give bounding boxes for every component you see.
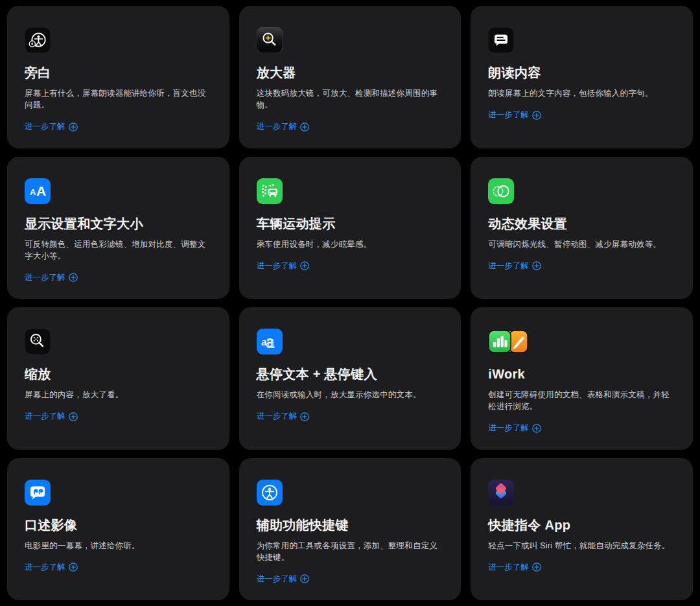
card-title: 缩放 [25,367,212,382]
vehicle-motion-cues-icon [257,178,444,204]
card-title: 放大器 [257,65,444,80]
card-title: 快捷指令 App [488,518,675,533]
card-description: 屏幕上的内容，放大了看。 [25,389,212,401]
card-description: 乘车使用设备时，减少眩晕感。 [257,239,444,250]
feature-card-accessibility-shortcut: 辅助功能快捷键 为你常用的工具或各项设置，添加、整理和自定义快捷键。 进一步了解 [239,458,461,601]
card-title: iWork [488,367,675,382]
card-description: 可调暗闪烁光线、暂停动图、减少屏幕动效等。 [488,239,675,250]
shortcuts-app-icon [488,480,675,506]
spoken-content-icon [488,27,675,53]
feature-card-display-text-size: A A 显示设置和文字大小 可反转颜色、运用色彩滤镜、增加对比度、调整文字大小等… [7,157,229,299]
learn-more-link[interactable]: 进一步了解 [488,423,541,434]
card-description: 电影里的一幕幕，讲述给你听。 [25,540,212,552]
features-grid: 旁白 屏幕上有什么，屏幕朗读器能讲给你听，盲文也没问题。 进一步了解 放大器 这… [0,0,700,606]
feature-card-magnifier: 放大器 这块数码放大镜，可放大、检测和描述你周围的事物。 进一步了解 [239,6,461,148]
card-description: 屏幕上有什么，屏幕朗读器能讲给你听，盲文也没问题。 [25,87,212,111]
feature-card-motion-settings: 动态效果设置 可调暗闪烁光线、暂停动图、减少屏幕动效等。 进一步了解 [471,157,693,299]
learn-more-link[interactable]: 进一步了解 [25,121,78,132]
motion-settings-icon [488,178,675,204]
learn-more-link[interactable]: 进一步了解 [257,261,310,272]
feature-card-hover-text: a a 悬停文本 + 悬停键入 在你阅读或输入时，放大显示你选中的文本。 进一步… [239,307,461,450]
plus-circle-icon [300,574,309,583]
card-description: 这块数码放大镜，可放大、检测和描述你周围的事物。 [257,87,444,111]
iwork-icon [488,329,675,355]
plus-circle-icon [532,424,541,433]
feature-card-shortcuts-app: 快捷指令 App 轻点一下或叫 Siri 帮忙，就能自动完成复杂任务。 进一步了… [471,458,693,601]
accessibility-shortcut-icon [257,480,444,506]
card-description: 创建可无障碍使用的文档、表格和演示文稿，并轻松进行浏览。 [488,389,675,412]
magnifier-icon [257,27,444,53]
card-title: 显示设置和文字大小 [25,216,212,231]
learn-more-link[interactable]: 进一步了解 [257,121,310,132]
card-title: 悬停文本 + 悬停键入 [257,367,444,382]
card-description: 轻点一下或叫 Siri 帮忙，就能自动完成复杂任务。 [488,540,675,552]
plus-circle-icon [300,412,309,421]
card-title: 旁白 [25,65,212,80]
card-title: 辅助功能快捷键 [257,518,444,533]
learn-more-link[interactable]: 进一步了解 [488,261,541,272]
audio-descriptions-icon [25,480,212,506]
svg-text:A: A [30,187,36,197]
card-title: 口述影像 [25,518,212,533]
feature-card-audio-descriptions: 口述影像 电影里的一幕幕，讲述给你听。 进一步了解 [7,458,229,601]
card-description: 为你常用的工具或各项设置，添加、整理和自定义快捷键。 [257,540,444,563]
learn-more-link[interactable]: 进一步了解 [257,411,310,422]
feature-card-vehicle-motion-cues: 车辆运动提示 乘车使用设备时，减少眩晕感。 进一步了解 [239,157,461,299]
plus-circle-icon [69,412,78,421]
learn-more-link[interactable]: 进一步了解 [25,411,78,422]
feature-card-voiceover: 旁白 屏幕上有什么，屏幕朗读器能讲给你听，盲文也没问题。 进一步了解 [7,6,229,148]
zoom-icon [25,329,212,355]
svg-text:a: a [266,331,274,351]
plus-circle-icon [532,563,541,572]
plus-circle-icon [300,122,309,132]
card-title: 朗读内容 [488,65,675,80]
plus-circle-icon [300,261,309,270]
display-text-size-icon: A A [25,178,212,204]
plus-circle-icon [69,563,78,572]
voiceover-icon [25,27,212,53]
feature-card-iwork: iWork 创建可无障碍使用的文档、表格和演示文稿，并轻松进行浏览。 进一步了解 [471,307,693,450]
plus-circle-icon [69,273,78,282]
svg-text:A: A [36,183,46,198]
learn-more-link[interactable]: 进一步了解 [488,562,541,573]
card-description: 可反转颜色、运用色彩滤镜、增加对比度、调整文字大小等。 [25,239,212,262]
card-description: 在你阅读或输入时，放大显示你选中的文本。 [257,389,444,401]
plus-circle-icon [532,111,541,120]
learn-more-link[interactable]: 进一步了解 [25,272,78,283]
card-description: 朗读屏幕上的文字内容，包括你输入的字句。 [488,87,675,99]
plus-circle-icon [69,122,78,132]
hover-text-icon: a a [257,329,444,355]
plus-circle-icon [532,261,541,270]
card-title: 动态效果设置 [488,216,675,231]
feature-card-zoom: 缩放 屏幕上的内容，放大了看。 进一步了解 [7,307,229,450]
feature-card-spoken-content: 朗读内容 朗读屏幕上的文字内容，包括你输入的字句。 进一步了解 [471,6,693,148]
learn-more-link[interactable]: 进一步了解 [257,574,310,585]
learn-more-link[interactable]: 进一步了解 [25,562,78,573]
card-title: 车辆运动提示 [257,216,444,231]
learn-more-link[interactable]: 进一步了解 [488,110,541,121]
